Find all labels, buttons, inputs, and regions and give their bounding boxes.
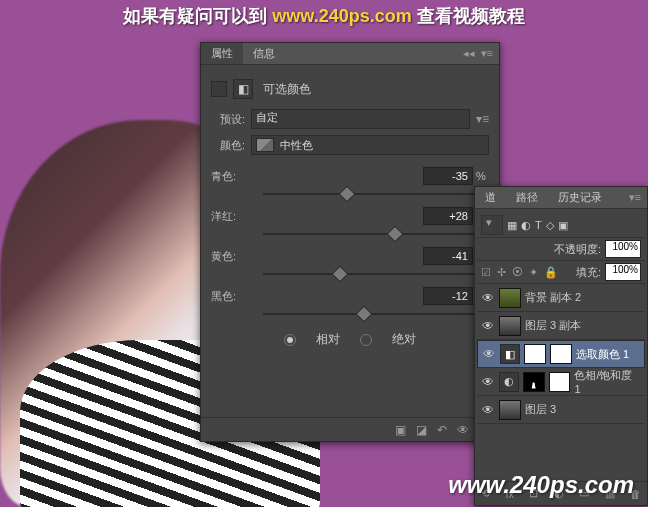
banner-text-1: 如果有疑问可以到 <box>123 6 267 26</box>
lock-transparent-icon[interactable]: ☑ <box>481 266 491 279</box>
eye-icon-4[interactable]: 👁 <box>481 403 495 417</box>
layer-thumb-0 <box>499 288 521 308</box>
banner-text-2: 查看视频教程 <box>417 6 525 26</box>
slider-value-2[interactable] <box>423 247 473 265</box>
filter-smart-icon[interactable]: ▣ <box>558 219 568 232</box>
slider-track-1[interactable] <box>263 227 483 241</box>
properties-titlebar: 属性 信息 ◂◂ ▾≡ <box>201 43 499 65</box>
tab-properties[interactable]: 属性 <box>201 43 243 64</box>
eye-icon-1[interactable]: 👁 <box>481 319 495 333</box>
blend-mode-select[interactable]: ▾ <box>481 215 503 235</box>
slider-track-3[interactable] <box>263 307 483 321</box>
adjustment-icon-1 <box>211 81 227 97</box>
preset-menu-icon[interactable]: ▾≡ <box>476 112 489 126</box>
layers-menu-icon[interactable]: ▾≡ <box>629 191 641 204</box>
percent-0: % <box>473 170 489 182</box>
color-select[interactable]: 中性色 <box>251 135 489 155</box>
lock-position-icon[interactable]: ⦿ <box>512 266 523 279</box>
filter-shape-icon[interactable]: ◇ <box>546 219 554 232</box>
properties-footer: ▣ ◪ ↶ 👁 🗑 <box>201 417 499 441</box>
slider-label-1: 洋红: <box>211 209 263 224</box>
reset-icon[interactable]: ↶ <box>437 423 447 437</box>
lock-all-icon[interactable]: 🔒 <box>544 266 558 279</box>
eye-icon-3[interactable]: 👁 <box>481 375 495 389</box>
fill-label: 填充: <box>576 265 601 280</box>
opacity-label: 不透明度: <box>481 242 601 257</box>
layer-row-2[interactable]: 👁◧选取颜色 1 <box>477 340 645 368</box>
lock-row: ☑ ✢ ⦿ ✦ 🔒 <box>481 266 572 279</box>
properties-panel: 属性 信息 ◂◂ ▾≡ ◧ 可选颜色 预设: 自定 ▾≡ 颜色: 中性色 青色:… <box>200 42 500 442</box>
selective-color-icon: ◧ <box>233 79 253 99</box>
layer-thumb-2 <box>524 344 546 364</box>
tab-paths[interactable]: 路径 <box>506 187 548 208</box>
preset-label: 预设: <box>211 112 245 127</box>
lock-image-icon[interactable]: ✢ <box>497 266 506 279</box>
radio-absolute-label: 绝对 <box>392 331 416 348</box>
tab-history[interactable]: 历史记录 <box>548 187 612 208</box>
banner-link: www.240ps.com <box>272 6 411 26</box>
layers-titlebar: 道 路径 历史记录 ▾≡ <box>475 187 647 209</box>
slider-value-3[interactable] <box>423 287 473 305</box>
layers-panel: 道 路径 历史记录 ▾≡ ▾ ▦ ◐ T ◇ ▣ 不透明度: 100% ☑ ✢ … <box>474 186 648 506</box>
preset-select[interactable]: 自定 <box>251 109 470 129</box>
visibility-icon[interactable]: 👁 <box>457 423 469 437</box>
layer-name-2: 选取颜色 1 <box>576 347 629 362</box>
filter-adj-icon[interactable]: ◐ <box>521 219 531 232</box>
panel-menu-icon[interactable]: ▾≡ <box>481 47 493 60</box>
layer-mask-2 <box>550 344 572 364</box>
eye-icon-2[interactable]: 👁 <box>482 347 496 361</box>
layer-name-0: 背景 副本 2 <box>525 290 581 305</box>
filter-text-icon[interactable]: T <box>535 219 542 231</box>
watermark: www.240ps.com <box>448 471 634 499</box>
slider-track-2[interactable] <box>263 267 483 281</box>
fill-value[interactable]: 100% <box>605 263 641 281</box>
color-swatch <box>256 138 274 152</box>
layer-name-3: 色相/饱和度 1 <box>574 368 641 395</box>
slider-label-0: 青色: <box>211 169 263 184</box>
panel-title: 可选颜色 <box>263 81 311 98</box>
slider-value-0[interactable] <box>423 167 473 185</box>
layer-row-1[interactable]: 👁图层 3 副本 <box>477 312 645 340</box>
layer-adj-icon-2: ◧ <box>500 344 520 364</box>
layer-thumb-4 <box>499 400 521 420</box>
radio-relative[interactable] <box>284 334 296 346</box>
layer-adj-icon-3: ◐ <box>499 372 519 392</box>
slider-track-0[interactable] <box>263 187 483 201</box>
eye-icon-0[interactable]: 👁 <box>481 291 495 305</box>
color-label: 颜色: <box>211 138 245 153</box>
radio-relative-label: 相对 <box>316 331 340 348</box>
tab-info[interactable]: 信息 <box>243 43 285 64</box>
opacity-value[interactable]: 100% <box>605 240 641 258</box>
slider-label-2: 黄色: <box>211 249 263 264</box>
top-banner: 如果有疑问可以到 www.240ps.com 查看视频教程 <box>0 4 648 28</box>
view-prev-icon[interactable]: ◪ <box>416 423 427 437</box>
filter-pixel-icon[interactable]: ▦ <box>507 219 517 232</box>
tab-channels[interactable]: 道 <box>475 187 506 208</box>
lock-artboard-icon[interactable]: ✦ <box>529 266 538 279</box>
layer-thumb-1 <box>499 316 521 336</box>
layer-row-3[interactable]: 👁◐色相/饱和度 1 <box>477 368 645 396</box>
layer-name-1: 图层 3 副本 <box>525 318 581 333</box>
slider-value-1[interactable] <box>423 207 473 225</box>
layer-row-4[interactable]: 👁图层 3 <box>477 396 645 424</box>
clip-icon[interactable]: ▣ <box>395 423 406 437</box>
slider-label-3: 黑色: <box>211 289 263 304</box>
layer-row-0[interactable]: 👁背景 副本 2 <box>477 284 645 312</box>
layer-name-4: 图层 3 <box>525 402 556 417</box>
layer-thumb-3 <box>523 372 545 392</box>
layer-mask-3 <box>549 372 571 392</box>
panel-collapse-icon[interactable]: ◂◂ <box>463 47 475 60</box>
radio-absolute[interactable] <box>360 334 372 346</box>
